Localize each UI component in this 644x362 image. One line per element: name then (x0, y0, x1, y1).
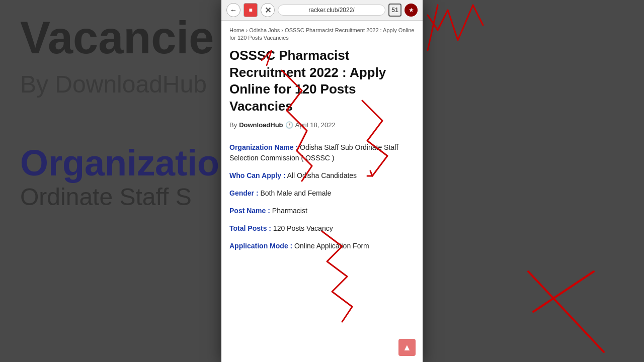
breadcrumb-sep2: › (281, 27, 283, 33)
post-value: Pharmacist (272, 207, 307, 215)
details-section: Organization Name : Odisha Staff Sub Ord… (229, 142, 415, 251)
ext-icon: ★ (409, 7, 414, 14)
browser-modal: ← ■ ✕ racker.club/2022/ 51 ★ Home › Odis… (221, 0, 423, 362)
stop-icon: ■ (249, 7, 252, 14)
close-button[interactable]: ✕ (261, 3, 275, 17)
org-row: Organization Name : Odisha Staff Sub Ord… (229, 142, 415, 163)
breadcrumb-sep1: › (246, 27, 248, 33)
org-label: Organization Name : (229, 143, 298, 151)
app-mode-value: Online Application Form (294, 242, 369, 250)
scroll-top-icon: ▲ (403, 342, 412, 353)
breadcrumb: Home › Odisha Jobs › OSSSC Pharmacist Re… (229, 27, 415, 42)
scroll-top-button[interactable]: ▲ (398, 339, 416, 356)
breadcrumb-odisha[interactable]: Odisha Jobs (249, 27, 280, 33)
close-icon: ✕ (265, 6, 271, 15)
gender-label: Gender : (229, 189, 259, 197)
total-value: 120 Posts Vacancy (273, 224, 333, 232)
total-label: Total Posts : (229, 224, 271, 232)
article-title: OSSSC Pharmacist Recruitment 2022 : Appl… (229, 47, 415, 115)
tab-count[interactable]: 51 (388, 4, 401, 17)
who-row: Who Can Apply : All Odisha Candidates (229, 170, 415, 181)
clock-icon: 🕐 (285, 121, 293, 129)
extension-button[interactable]: ★ (405, 4, 418, 17)
back-icon: ← (230, 6, 237, 14)
app-mode-label: Application Mode : (229, 242, 292, 250)
by-label: By (229, 121, 237, 129)
url-bar[interactable]: racker.club/2022/ (278, 5, 385, 16)
who-label: Who Can Apply : (229, 171, 285, 179)
total-row: Total Posts : 120 Posts Vacancy (229, 223, 415, 234)
article-date: April 18, 2022 (295, 121, 336, 129)
stop-button[interactable]: ■ (244, 3, 258, 17)
post-row: Post Name : Pharmacist (229, 206, 415, 216)
who-value: All Odisha Candidates (287, 171, 357, 179)
back-button[interactable]: ← (226, 3, 240, 17)
browser-chrome: ← ■ ✕ racker.club/2022/ 51 ★ (221, 0, 423, 21)
page-content: Home › Odisha Jobs › OSSSC Pharmacist Re… (221, 21, 423, 362)
gender-value: Both Male and Female (260, 189, 331, 197)
app-mode-row: Application Mode : Online Application Fo… (229, 241, 415, 251)
author-line: By DownloadHub 🕐 April 18, 2022 (229, 121, 415, 134)
breadcrumb-home[interactable]: Home (229, 27, 244, 33)
author-name[interactable]: DownloadHub (239, 121, 283, 129)
gender-row: Gender : Both Male and Female (229, 188, 415, 199)
post-label: Post Name : (229, 207, 270, 215)
